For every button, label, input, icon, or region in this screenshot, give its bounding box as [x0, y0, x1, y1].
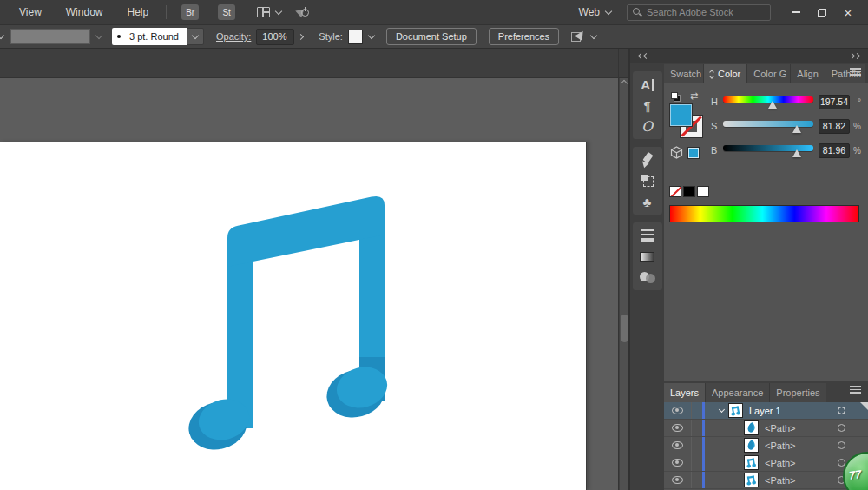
opacity-label[interactable]: Opacity:: [216, 31, 251, 42]
layer-name[interactable]: Layer 1: [749, 406, 781, 416]
path-name[interactable]: <Path>: [765, 440, 795, 451]
vertical-scrollbar[interactable]: [618, 49, 628, 490]
brushes-icon[interactable]: [635, 149, 660, 170]
layer-thumbnail[interactable]: [728, 403, 743, 418]
layer-color-bar: [702, 420, 705, 436]
document-setup-button[interactable]: Document Setup: [386, 28, 477, 45]
workspace-select[interactable]: Web: [579, 6, 611, 18]
white-swatch[interactable]: [697, 186, 709, 197]
swap-fill-stroke-icon[interactable]: ⇄: [690, 90, 698, 102]
music-note-artwork[interactable]: [0, 142, 587, 490]
visibility-cell[interactable]: [664, 402, 692, 419]
opacity-field[interactable]: 100%: [256, 29, 294, 45]
color-panel-menu-icon[interactable]: [850, 68, 861, 76]
none-swatch[interactable]: [669, 186, 681, 197]
default-fill-stroke-icon[interactable]: [671, 92, 681, 102]
path-name[interactable]: <Path>: [765, 423, 795, 434]
layer-row-path[interactable]: <Path>: [664, 472, 868, 489]
transform-panel-icon[interactable]: [635, 170, 660, 191]
pasteboard[interactable]: [0, 78, 618, 490]
stroke-panel-icon[interactable]: [635, 225, 660, 246]
fill-swatch[interactable]: [670, 104, 692, 126]
workspace-switcher[interactable]: [245, 7, 281, 17]
chevron-down-icon[interactable]: [590, 31, 597, 38]
expand-right-icon[interactable]: [850, 54, 859, 58]
tab-color-guide[interactable]: Color G: [747, 64, 791, 83]
tab-properties[interactable]: Properties: [770, 383, 825, 402]
target-circle[interactable]: [838, 424, 845, 432]
target-circle[interactable]: [838, 407, 845, 414]
scrollbar-track[interactable]: [619, 78, 628, 490]
layers-panel-menu-icon[interactable]: [850, 386, 861, 394]
artboard[interactable]: [0, 142, 587, 490]
scrollbar-thumb[interactable]: [621, 315, 628, 342]
transparency-panel-icon[interactable]: [635, 267, 660, 288]
layer-row-path[interactable]: <Path>: [664, 437, 868, 454]
chevron-down-icon[interactable]: [0, 31, 4, 38]
symbols-panel-icon[interactable]: ♣: [635, 191, 660, 212]
path-thumbnail[interactable]: [744, 438, 759, 453]
tab-appearance[interactable]: Appearance: [706, 383, 770, 402]
adobe-stock-search[interactable]: [627, 4, 771, 21]
layer-row-path[interactable]: <Path>: [664, 454, 868, 472]
variable-width-profile[interactable]: [10, 29, 90, 44]
gradient-panel-icon[interactable]: [635, 246, 660, 267]
chevron-down-icon[interactable]: [368, 31, 375, 38]
expand-chevron-icon[interactable]: [719, 407, 725, 413]
collapse-left-icon[interactable]: [639, 54, 648, 58]
black-swatch[interactable]: [683, 186, 695, 197]
character-panel-icon[interactable]: A: [635, 74, 660, 95]
layer-row-path[interactable]: <Path>: [664, 420, 868, 437]
graphic-styles-panel-button[interactable]: St: [218, 4, 235, 20]
web-color-warning-icon[interactable]: [670, 146, 683, 159]
saturation-handle[interactable]: [792, 125, 801, 133]
web-safe-color-swatch[interactable]: [688, 148, 699, 158]
tab-color[interactable]: Color: [704, 64, 747, 83]
close-icon: ×: [845, 6, 852, 19]
path-thumbnail[interactable]: [744, 420, 759, 435]
gpu-performance-icon[interactable]: [295, 6, 309, 18]
style-swatch[interactable]: [348, 30, 363, 44]
brush-dropdown-button[interactable]: [187, 28, 204, 45]
eye-icon: [672, 424, 683, 432]
visibility-cell[interactable]: [664, 454, 692, 471]
saturation-value-field[interactable]: 81.82: [819, 119, 850, 134]
color-spectrum-bar[interactable]: [669, 205, 859, 222]
hue-value-field[interactable]: 197.54: [819, 95, 850, 109]
hue-slider-row: H 197.54 °: [711, 94, 861, 109]
brushes-panel-button[interactable]: Br: [181, 4, 199, 20]
scroll-up-arrow-icon[interactable]: [621, 80, 628, 87]
close-button[interactable]: ×: [835, 3, 861, 22]
path-name[interactable]: <Path>: [765, 458, 795, 468]
brightness-slider[interactable]: [723, 143, 813, 157]
menu-view[interactable]: View: [7, 6, 54, 18]
arrange-documents-icon[interactable]: [571, 30, 585, 43]
brightness-handle[interactable]: [792, 149, 801, 157]
tab-align[interactable]: Align: [791, 64, 825, 83]
menu-window[interactable]: Window: [54, 6, 115, 18]
minimize-button[interactable]: [783, 3, 809, 22]
path-thumbnail[interactable]: [744, 455, 759, 470]
visibility-cell[interactable]: [664, 420, 692, 436]
path-thumbnail[interactable]: [744, 473, 759, 487]
saturation-slider[interactable]: [723, 119, 813, 133]
visibility-cell[interactable]: [664, 437, 692, 454]
hue-handle[interactable]: [768, 101, 777, 109]
brightness-value-field[interactable]: 81.96: [819, 143, 850, 158]
opacity-popup-button[interactable]: [294, 29, 306, 45]
tab-layers[interactable]: Layers: [664, 383, 706, 402]
tab-swatches[interactable]: Swatch: [664, 64, 704, 83]
chevron-down-icon[interactable]: [95, 31, 102, 38]
visibility-cell[interactable]: [664, 472, 692, 488]
layer-row-layer1[interactable]: Layer 1: [664, 402, 868, 420]
hue-slider[interactable]: [723, 95, 813, 109]
opentype-panel-icon[interactable]: O: [635, 116, 660, 136]
preferences-button[interactable]: Preferences: [489, 28, 559, 45]
paragraph-panel-icon[interactable]: ¶: [635, 95, 660, 116]
restore-button[interactable]: [809, 3, 835, 22]
brush-definition-dropdown[interactable]: 3 pt. Round: [112, 28, 187, 45]
menu-help[interactable]: Help: [115, 6, 161, 18]
path-name[interactable]: <Path>: [765, 475, 795, 486]
search-input[interactable]: [647, 7, 766, 17]
target-circle[interactable]: [838, 441, 845, 449]
